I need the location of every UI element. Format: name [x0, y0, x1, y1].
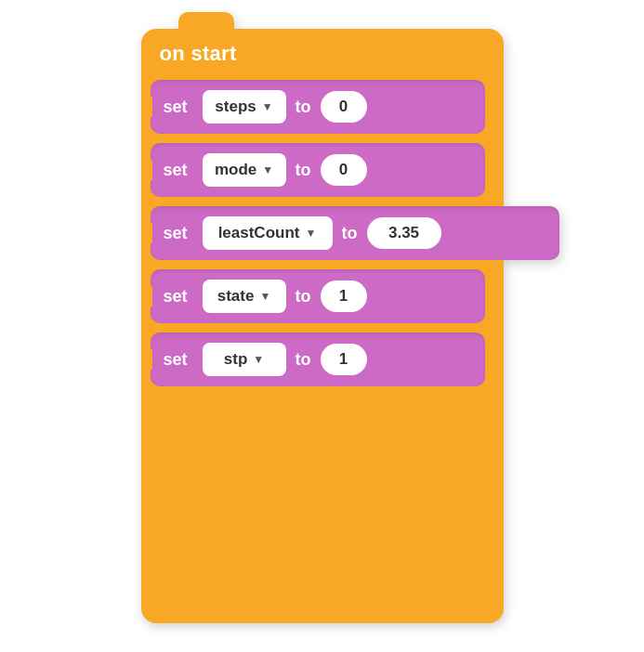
set-block-stp: set stp ▼ to 1 [151, 333, 485, 386]
steps-dropdown-arrow: ▼ [262, 100, 273, 113]
set-label-mode: set [164, 161, 193, 180]
to-label-mode: to [296, 161, 311, 180]
leastcount-dropdown-arrow: ▼ [305, 227, 316, 240]
set-block-steps: set steps ▼ to 0 [151, 80, 485, 134]
leastcount-value[interactable]: 3.35 [367, 217, 441, 249]
state-var-label: state [217, 287, 255, 306]
set-block-state: set state ▼ to 1 [151, 269, 485, 323]
state-dropdown-arrow: ▼ [259, 290, 270, 303]
set-block-mode: set mode ▼ to 0 [151, 143, 485, 197]
stp-var-label: stp [224, 350, 248, 369]
set-label-leastcount: set [164, 224, 193, 243]
mode-value[interactable]: 0 [321, 154, 367, 186]
mode-dropdown[interactable]: mode ▼ [203, 153, 286, 187]
set-label-stp: set [164, 350, 193, 370]
leastcount-dropdown[interactable]: leastCount ▼ [203, 216, 333, 250]
set-label-state: set [164, 287, 193, 306]
steps-dropdown[interactable]: steps ▼ [203, 90, 286, 124]
mode-var-label: mode [215, 161, 256, 179]
stp-dropdown[interactable]: stp ▼ [203, 343, 286, 376]
to-label-leastcount: to [342, 224, 358, 243]
steps-var-label: steps [215, 98, 256, 116]
to-label-steps: to [296, 98, 311, 117]
state-dropdown[interactable]: state ▼ [203, 280, 286, 313]
to-label-state: to [296, 287, 311, 306]
set-label-steps: set [164, 98, 193, 117]
stp-value[interactable]: 1 [321, 344, 367, 375]
blocks-container: set steps ▼ to 0 set mode ▼ to 0 [141, 75, 504, 391]
state-value[interactable]: 1 [321, 280, 367, 312]
on-start-label: on start [141, 29, 256, 75]
mode-dropdown-arrow: ▼ [262, 163, 273, 176]
on-start-container: on start set steps ▼ to 0 set mode ▼ to [141, 29, 504, 623]
stp-dropdown-arrow: ▼ [253, 353, 264, 366]
set-block-leastcount: set leastCount ▼ to 3.35 [151, 206, 559, 260]
steps-value[interactable]: 0 [321, 91, 367, 123]
workspace: on start set steps ▼ to 0 set mode ▼ to [0, 0, 644, 652]
to-label-stp: to [296, 350, 311, 370]
leastcount-var-label: leastCount [218, 224, 300, 242]
